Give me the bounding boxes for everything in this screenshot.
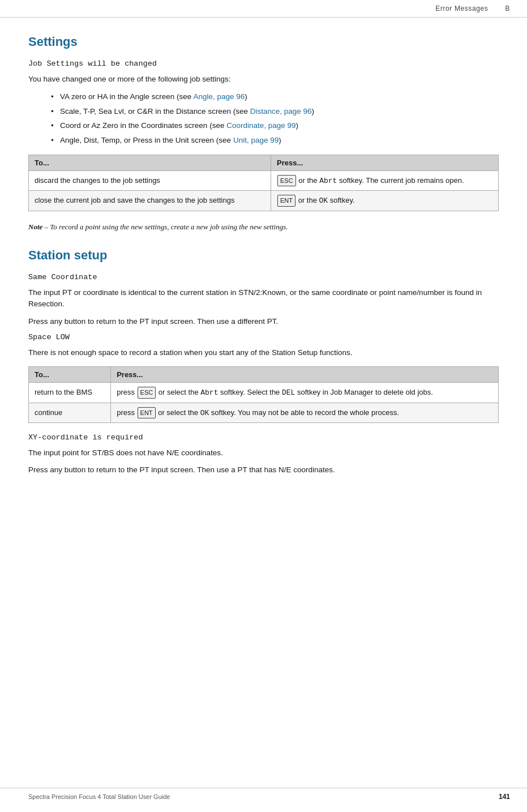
same-coordinate-title: Same Coordinate [28, 273, 499, 281]
header-section-letter: B [505, 5, 510, 12]
ok-key-2: OK [200, 409, 209, 417]
footer-left: Spectra Precision Focus 4 Total Station … [28, 793, 170, 800]
bullet-item-3: Coord or Az Zero in the Coordinates scre… [51, 119, 499, 132]
space-low-row2-col2: press ENT or select the OK softkey. You … [111, 403, 499, 423]
space-low-table-header-row: To... Press... [29, 367, 499, 383]
settings-table-col1-header: To... [29, 155, 271, 170]
del-key: DEL [282, 388, 295, 397]
bullet-2-text: Scale, T-P, Sea Lvl, or C&R in the Dista… [60, 107, 250, 116]
settings-mono-title: Job Settings will be changed [28, 59, 499, 68]
xy-coordinate-para2: Press any button to return to the PT inp… [28, 464, 499, 476]
same-coordinate-para2: Press any button to return to the PT inp… [28, 316, 499, 327]
settings-table-row-2: close the current job and save the chang… [29, 191, 499, 211]
page-header: Error Messages B [0, 0, 527, 18]
settings-note: Note – To record a point using the new s… [28, 221, 499, 233]
esc-key-badge-2: ESC [138, 387, 156, 399]
ok-key: OK [319, 196, 328, 205]
settings-intro: You have changed one or more of the foll… [28, 74, 499, 85]
space-low-title: Space LOW [28, 333, 499, 341]
settings-table-col2-header: Press... [271, 155, 499, 170]
page-container: Error Messages B Settings Job Settings w… [0, 0, 527, 812]
ent-key-badge-1: ENT [277, 195, 295, 207]
settings-table-row2-col1: close the current job and save the chang… [29, 191, 271, 211]
space-low-table-row-2: continue press ENT or select the OK soft… [29, 403, 499, 423]
settings-table: To... Press... discard the changes to th… [28, 155, 499, 211]
settings-heading: Settings [28, 35, 499, 49]
abrt-key-2: Abrt [200, 388, 218, 397]
bullet-4-text: Angle, Dist, Temp, or Press in the Unit … [60, 136, 233, 144]
same-coordinate-para1: The input PT or coordinate is identical … [28, 287, 499, 310]
esc-key-badge: ESC [277, 175, 296, 187]
space-low-table-row-1: return to the BMS press ESC or select th… [29, 383, 499, 403]
abrt-key: Abrt [319, 177, 337, 185]
header-right: Error Messages B [435, 5, 510, 12]
space-low-row2-col1: continue [29, 403, 111, 423]
xy-coordinate-para1: The input point for ST/BS does not have … [28, 447, 499, 459]
settings-table-row1-col2: ESC or the Abrt softkey. The current job… [271, 170, 499, 191]
space-low-row1-col1: return to the BMS [29, 383, 111, 403]
bullet-1-link[interactable]: Angle, page 96 [193, 92, 245, 101]
space-low-table: To... Press... return to the BMS press E… [28, 366, 499, 423]
station-setup-heading: Station setup [28, 248, 499, 263]
settings-table-row-1: discard the changes to the job settings … [29, 170, 499, 191]
header-section-label: Error Messages [435, 5, 488, 12]
bullet-3-link[interactable]: Coordinate, page 99 [226, 121, 295, 130]
xy-coordinate-title: XY-coordinate is required [28, 433, 499, 442]
space-low-table-col1-header: To... [29, 367, 111, 383]
space-low-row1-col2: press ESC or select the Abrt softkey. Se… [111, 383, 499, 403]
bullet-item-2: Scale, T-P, Sea Lvl, or C&R in the Dista… [51, 105, 499, 118]
bullet-4-link[interactable]: Unit, page 99 [233, 136, 279, 144]
page-footer: Spectra Precision Focus 4 Total Station … [0, 788, 527, 801]
bullet-2-link[interactable]: Distance, page 96 [250, 107, 312, 116]
space-low-table-col2-header: Press... [111, 367, 499, 383]
footer-right: 141 [499, 793, 510, 801]
settings-table-row1-col1: discard the changes to the job settings [29, 170, 271, 191]
space-low-para1: There is not enough space to record a st… [28, 347, 499, 358]
ent-key-badge-2: ENT [138, 407, 156, 419]
bullet-1-text: VA zero or HA in the Angle screen (see [60, 92, 193, 101]
bullet-item-4: Angle, Dist, Temp, or Press in the Unit … [51, 134, 499, 147]
bullet-item-1: VA zero or HA in the Angle screen (see A… [51, 91, 499, 103]
bullet-3-text: Coord or Az Zero in the Coordinates scre… [60, 121, 226, 130]
main-content: Settings Job Settings will be changed Yo… [0, 18, 527, 516]
settings-table-header-row: To... Press... [29, 155, 499, 170]
settings-bullet-list: VA zero or HA in the Angle screen (see A… [51, 91, 499, 146]
settings-table-row2-col2: ENT or the OK softkey. [271, 191, 499, 211]
